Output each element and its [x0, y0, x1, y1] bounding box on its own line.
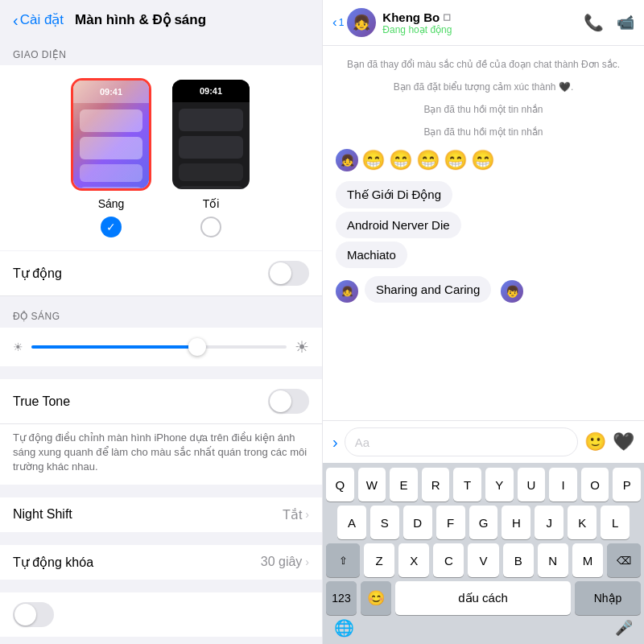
keyboard-row-3: ⇧ Z X C V B N M ⌫	[326, 543, 641, 577]
widget-dark-bar-3	[179, 163, 243, 181]
key-u[interactable]: U	[518, 468, 546, 502]
avatar: 👧	[347, 8, 376, 37]
emoji-5: 😁	[471, 149, 495, 171]
key-n[interactable]: N	[538, 543, 568, 577]
extra-toggle[interactable]	[13, 602, 54, 627]
key-emoji[interactable]: 😊	[361, 581, 391, 615]
back-button[interactable]: ‹ Cài đặt	[13, 11, 64, 28]
chat-header: ‹ 1 👧 Kheng Bo ◻ Đang hoạt động 📞 📹	[323, 0, 644, 46]
brightness-slider-container[interactable]: ☀ ☀	[13, 337, 309, 357]
brightness-slider-thumb[interactable]	[188, 338, 206, 356]
chat-actions: 📞 📹	[584, 13, 634, 32]
theme-sang-check: ✓	[101, 217, 122, 237]
key-w[interactable]: W	[358, 468, 386, 502]
key-num[interactable]: 123	[326, 581, 357, 615]
key-x[interactable]: X	[398, 543, 429, 577]
key-b[interactable]: B	[503, 543, 534, 577]
key-shift[interactable]: ⇧	[326, 543, 360, 577]
key-h[interactable]: H	[502, 506, 530, 539]
message-input[interactable]: Aa	[345, 427, 578, 456]
brightness-slider-track[interactable]	[31, 345, 287, 349]
night-shift-row[interactable]: Night Shift Tắt ›	[0, 497, 322, 532]
emoji-picker-icon[interactable]: 🙂	[584, 431, 606, 452]
key-q[interactable]: Q	[326, 468, 354, 502]
true-tone-description: Tự động điều chỉnh màn hình iPhone dựa t…	[0, 424, 322, 485]
key-s[interactable]: S	[370, 506, 399, 539]
extra-knob	[14, 604, 36, 625]
msg-sender-avatar: 👧	[336, 280, 358, 303]
key-e[interactable]: E	[390, 468, 418, 502]
message-bubble-2: Android Nerver Die	[336, 212, 461, 238]
system-message-2: Bạn đã đặt biểu tượng cảm xúc thành 🖤.	[336, 81, 631, 93]
auto-lock-chevron-icon: ›	[305, 555, 309, 568]
key-l[interactable]: L	[601, 506, 630, 539]
widget-bar-4	[80, 187, 142, 191]
theme-sang-widgets	[73, 103, 149, 191]
keyboard-bottom-row: 123 😊 dấu cách Nhập	[326, 581, 641, 615]
brightness-section: ☀ ☀	[0, 328, 322, 366]
theme-toi-preview[interactable]: 09:41	[171, 78, 251, 191]
theme-section: 09:41 Sáng ✓ 09:41	[0, 65, 322, 250]
message-bubble-4: Sharing and Caring	[365, 276, 491, 303]
theme-toi-option[interactable]: 09:41 Tối	[171, 78, 251, 237]
theme-toi-check	[200, 217, 221, 237]
globe-icon[interactable]: 🌐	[334, 618, 354, 638]
key-f[interactable]: F	[436, 506, 465, 539]
auto-lock-value: 30 giây	[261, 555, 303, 569]
theme-toi-widgets	[172, 102, 250, 191]
auto-mode-toggle[interactable]	[268, 261, 309, 286]
expand-icon[interactable]: ›	[332, 433, 338, 452]
key-i[interactable]: I	[549, 468, 577, 502]
auto-lock-row[interactable]: Tự động khóa 30 giây ›	[0, 545, 322, 580]
key-c[interactable]: C	[433, 543, 464, 577]
key-z[interactable]: Z	[364, 543, 394, 577]
auto-mode-row[interactable]: Tự động	[0, 251, 322, 296]
chat-input-bar: › Aa 🙂 🖤	[323, 420, 644, 463]
sun-large-icon: ☀	[295, 337, 309, 357]
heart-icon[interactable]: 🖤	[613, 431, 634, 452]
key-a[interactable]: A	[337, 506, 366, 539]
key-r[interactable]: R	[422, 468, 450, 502]
theme-sang-preview[interactable]: 09:41	[71, 78, 151, 191]
key-y[interactable]: Y	[485, 468, 514, 502]
chat-back-button[interactable]: ‹ 1	[332, 14, 344, 31]
key-k[interactable]: K	[568, 506, 597, 539]
key-v[interactable]: V	[468, 543, 498, 577]
key-o[interactable]: O	[581, 468, 609, 502]
chat-panel: ‹ 1 👧 Kheng Bo ◻ Đang hoạt động 📞 📹 Bạn …	[322, 0, 644, 644]
brightness-slider-fill	[31, 345, 197, 349]
true-tone-row[interactable]: True Tone	[0, 379, 322, 424]
section-do-sang-label: ĐỘ SÁNG	[0, 296, 322, 327]
key-backspace[interactable]: ⌫	[607, 543, 641, 577]
video-icon[interactable]: 📹	[617, 14, 634, 31]
true-tone-toggle[interactable]	[268, 389, 309, 414]
message-bubble-1: Thế Giới Di Động	[336, 181, 452, 208]
key-j[interactable]: J	[535, 506, 564, 539]
theme-toi-visual: 09:41	[172, 80, 250, 189]
key-g[interactable]: G	[469, 506, 498, 539]
key-p[interactable]: P	[613, 468, 641, 502]
widget-dark-bar-1	[179, 109, 243, 131]
chevron-right-icon: ›	[305, 508, 309, 521]
key-d[interactable]: D	[403, 506, 432, 539]
back-label[interactable]: Cài đặt	[20, 11, 64, 28]
chat-messages: Bạn đã thay đổi màu sắc chủ đề của đoạn …	[323, 46, 644, 420]
emoji-3: 😁	[416, 149, 440, 171]
verified-icon: ◻	[443, 11, 451, 23]
key-t[interactable]: T	[453, 468, 481, 502]
extra-row[interactable]	[0, 592, 322, 637]
theme-sang-option[interactable]: 09:41 Sáng ✓	[71, 78, 151, 237]
section-giao-dien-label: GIAO DIỆN	[0, 35, 322, 65]
night-shift-value-container: Tắt ›	[283, 507, 309, 522]
mic-icon[interactable]: 🎤	[615, 619, 633, 637]
message-bubbles-group: Thế Giới Di Động Android Nerver Die Mach…	[336, 181, 631, 268]
key-space[interactable]: dấu cách	[395, 581, 571, 615]
system-message-3: Bạn đã thu hồi một tin nhắn	[336, 104, 631, 115]
phone-icon[interactable]: 📞	[584, 13, 604, 32]
key-m[interactable]: M	[572, 543, 603, 577]
emoji-1: 😁	[361, 149, 386, 171]
key-return[interactable]: Nhập	[575, 581, 641, 615]
widget-bar-1	[80, 109, 142, 132]
auto-mode-label: Tự động	[13, 266, 62, 281]
chat-status: Đang hoạt động	[382, 24, 584, 35]
